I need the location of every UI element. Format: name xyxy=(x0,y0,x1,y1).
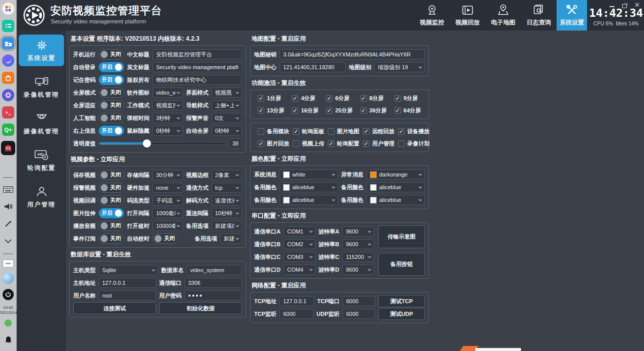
toggle-off[interactable]: 关闭 xyxy=(152,233,178,244)
text-input[interactable]: video_system xyxy=(187,265,242,275)
volume-icon[interactable] xyxy=(2,200,14,213)
checkbox[interactable]: ✓ xyxy=(398,128,405,135)
screenshot-pen-icon[interactable] xyxy=(2,218,14,230)
dropdown-select[interactable]: 9600 xyxy=(342,239,374,249)
checkbox[interactable] xyxy=(258,128,264,135)
toggle-off[interactable]: 关闭 xyxy=(99,233,124,244)
text-input[interactable]: 3.0&ak=9GqzBZjfGqXYXMzdfuRN9AL4B4PHaY6R xyxy=(280,49,425,60)
taskbar-clock[interactable]: 14:42 2021/5/14 xyxy=(0,305,17,315)
checkbox[interactable] xyxy=(293,140,299,147)
dropdown-select[interactable]: 0次 xyxy=(211,113,242,123)
checkbox-item[interactable]: ✓远程回放 xyxy=(359,128,394,135)
dropdown-select[interactable]: 0秒钟 xyxy=(211,126,242,136)
checkbox[interactable]: ✓ xyxy=(326,95,332,102)
text-input[interactable]: 3306 xyxy=(185,278,242,288)
dropdown-select[interactable]: 115200 xyxy=(342,252,374,262)
power-icon[interactable] xyxy=(3,289,14,300)
nav-electronic-map[interactable]: 电子地图 xyxy=(485,0,521,31)
checkbox[interactable]: ✓ xyxy=(258,140,264,147)
toggle-on[interactable]: 开启 xyxy=(99,126,124,136)
dropdown-select[interactable]: 10秒钟 xyxy=(211,208,242,218)
dropdown-select[interactable]: COM3 xyxy=(284,252,316,262)
chevron-down-icon[interactable] xyxy=(2,235,14,247)
dropdown-select[interactable]: 新建项目 xyxy=(211,221,242,231)
notes-app-icon[interactable] xyxy=(2,20,14,32)
text-input[interactable]: 安防视频监控管理平台 xyxy=(152,49,242,60)
checkbox[interactable] xyxy=(398,140,405,147)
password-input[interactable]: ●●●● xyxy=(185,290,242,301)
dropdown-select[interactable]: COM2 xyxy=(284,239,316,249)
checkbox-item[interactable]: ✓用户管理 xyxy=(359,140,394,148)
checkbox[interactable]: ✓ xyxy=(292,107,298,114)
app-launcher-icon[interactable] xyxy=(2,3,14,15)
checkbox-item[interactable]: ✓设备播放 xyxy=(394,128,430,135)
dropdown-select[interactable]: 2像素 xyxy=(211,170,242,180)
dropdown-select[interactable]: 1000毫秒 xyxy=(152,208,183,218)
terminal-icon[interactable]: >_ xyxy=(2,106,14,119)
checkbox[interactable]: ✓ xyxy=(293,128,299,135)
checkbox-item[interactable]: ✓13分屏 xyxy=(254,107,288,114)
checkbox[interactable]: ✓ xyxy=(360,95,367,102)
checkbox-item[interactable]: 录像计划 xyxy=(394,140,430,148)
toggle-off[interactable]: 关闭 xyxy=(99,195,124,206)
dropdown-select[interactable]: COM1 xyxy=(284,226,316,237)
text-input[interactable]: 127.0.0.1 xyxy=(280,296,314,306)
color-select[interactable]: white xyxy=(280,169,338,180)
color-select[interactable]: aliceblue xyxy=(280,195,338,205)
toggle-off[interactable]: 关闭 xyxy=(99,170,124,180)
button[interactable]: 初始化数据 xyxy=(159,302,242,314)
checkbox-item[interactable]: ✓轮询配置 xyxy=(324,140,359,148)
current-app-icon[interactable] xyxy=(1,141,15,155)
toggle-off[interactable]: 关闭 xyxy=(99,49,124,60)
dropdown-select[interactable]: none xyxy=(152,183,183,193)
dropdown-select[interactable]: 0秒钟 xyxy=(152,126,183,136)
slider-knob[interactable] xyxy=(143,139,151,148)
browser-icon[interactable] xyxy=(2,54,14,67)
weather-app-icon[interactable] xyxy=(3,273,14,284)
dropdown-select[interactable]: video_white xyxy=(152,87,183,98)
text-input[interactable]: 6000 xyxy=(343,296,375,306)
dropdown-select[interactable]: 视频监控 xyxy=(152,100,183,110)
software-store-icon[interactable] xyxy=(2,72,14,84)
dropdown-select[interactable]: 30分钟 xyxy=(152,170,183,180)
checkbox-item[interactable]: ✓25分屏 xyxy=(322,107,356,114)
toggle-on[interactable]: 开启 xyxy=(99,62,124,72)
dropdown-select[interactable]: 新建项目 xyxy=(220,233,242,244)
button[interactable]: 备用按钮 xyxy=(378,253,425,276)
nav-video-playback[interactable]: 视频回放 xyxy=(450,0,485,31)
sidebar-item-system-settings[interactable]: 系统设置 xyxy=(19,35,64,66)
checkbox-item[interactable]: ✓图片回放 xyxy=(254,140,289,148)
checkbox-item[interactable]: ✓64分屏 xyxy=(391,107,425,114)
sidebar-item-user-mgmt[interactable]: 用户管理 xyxy=(19,181,64,213)
checkbox-item[interactable]: ✓轮询面板 xyxy=(289,128,324,135)
checkbox[interactable]: ✓ xyxy=(394,95,401,102)
checkbox-item[interactable]: 备用模块 xyxy=(254,128,289,135)
button[interactable]: 测试TCP xyxy=(378,295,425,307)
checkbox[interactable]: ✓ xyxy=(258,95,264,102)
checkbox[interactable]: ✓ xyxy=(326,107,332,114)
keyboard-icon[interactable] xyxy=(2,183,14,195)
toggle-off[interactable]: 关闭 xyxy=(99,183,124,193)
tray-status-icon[interactable] xyxy=(5,319,12,327)
sidebar-item-camera-mgmt[interactable]: 摄像机管理 xyxy=(19,108,64,139)
dropdown-select[interactable]: tcp xyxy=(211,183,242,193)
checkbox[interactable]: ✓ xyxy=(394,107,401,114)
checkbox-item[interactable]: 图片地图 xyxy=(324,128,359,135)
checkbox[interactable]: ✓ xyxy=(292,95,298,102)
text-input[interactable]: 127.0.0.1 xyxy=(99,278,156,288)
checkbox-item[interactable]: ✓1分屏 xyxy=(254,95,288,102)
checkbox[interactable]: ✓ xyxy=(363,140,370,147)
text-input[interactable]: root xyxy=(99,290,156,301)
checkbox-item[interactable]: ✓9分屏 xyxy=(391,95,425,102)
slider[interactable] xyxy=(99,138,226,149)
checkbox-item[interactable]: ✓6分屏 xyxy=(322,95,356,102)
checkbox-item[interactable]: ✓8分屏 xyxy=(357,95,391,102)
checkbox[interactable] xyxy=(328,128,334,135)
dropdown-select[interactable]: 9600 xyxy=(342,226,374,237)
toggle-off[interactable]: 关闭 xyxy=(99,221,124,231)
dropdown-select[interactable]: 子码流 xyxy=(152,195,183,206)
toggle-off[interactable]: 关闭 xyxy=(99,87,124,98)
system-tools-icon[interactable] xyxy=(2,89,14,101)
button[interactable]: 传输示意图 xyxy=(378,225,425,248)
color-select[interactable]: darkorange xyxy=(366,169,425,180)
